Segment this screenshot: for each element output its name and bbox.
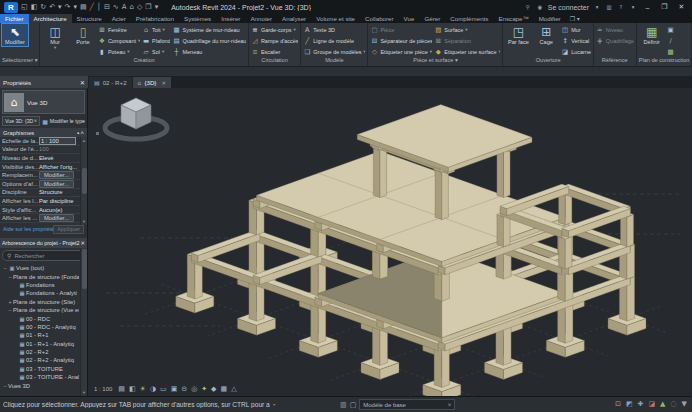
- tree-item-plans-de-structure-site-[interactable]: +Plans de structure (Site): [2, 298, 79, 306]
- ribbon-tab-vue[interactable]: Vue: [399, 14, 420, 23]
- tree-item-00-rdc[interactable]: ▦00 - RDC: [2, 314, 79, 322]
- property-value[interactable]: Modifier...: [39, 180, 74, 188]
- project-browser-close-icon[interactable]: ✕: [80, 240, 85, 246]
- type-selector[interactable]: ⌂ Vue 3D: [2, 90, 85, 114]
- ribbon-tab-syst-mes[interactable]: Systèmes: [179, 14, 216, 23]
- reference-plane-button[interactable]: ∕: [667, 35, 675, 46]
- ribbon-tab-architecture[interactable]: Architecture: [29, 14, 72, 23]
- active-panel-toggle-icon[interactable]: ❐ ▾: [566, 14, 584, 23]
- model-line-button[interactable]: ╱Ligne de modèle: [303, 35, 365, 46]
- curtain-grid-button[interactable]: ▤Quadrillage du mur-rideau: [172, 35, 245, 46]
- shadows-icon[interactable]: ◑: [150, 385, 156, 393]
- undo-icon[interactable]: ↶: [49, 2, 55, 13]
- scroll-up-icon[interactable]: ▲: [82, 138, 86, 143]
- view-tab-close-icon[interactable]: ✕: [161, 80, 166, 86]
- properties-close-icon[interactable]: ✕: [80, 79, 85, 86]
- component-button[interactable]: ❖Composant▾: [98, 35, 140, 46]
- graphics-section-header[interactable]: Graphismes ▪ ˄: [0, 128, 87, 137]
- thin-lines-icon[interactable]: ∿: [113, 2, 119, 13]
- customize-qat-icon[interactable]: ▾: [155, 2, 159, 13]
- modify-button[interactable]: ⬉Modifier: [2, 24, 28, 46]
- ribbon-tab-ins-rer[interactable]: Insérer: [216, 14, 245, 23]
- edit-type-button[interactable]: ▦ Modifier le type: [42, 116, 85, 126]
- background-processes-icon[interactable]: ◌: [671, 400, 677, 408]
- property-value[interactable]: 1 : 100: [39, 137, 76, 145]
- tree-item-01-r-1[interactable]: ▦01 - R+1: [2, 331, 79, 339]
- help-icon[interactable]: ?: [617, 4, 625, 10]
- ribbon-tab-acier[interactable]: Acier: [107, 14, 131, 23]
- measure-icon[interactable]: ╱: [90, 2, 94, 13]
- show-work-plane-button[interactable]: ▣: [667, 24, 675, 35]
- open-icon[interactable]: ◱: [21, 2, 28, 13]
- wall-opening-button[interactable]: ◫Mur: [561, 24, 591, 35]
- door-button[interactable]: ▯Porte: [70, 24, 96, 46]
- visual-style-icon[interactable]: ◧: [129, 385, 136, 393]
- minimize-button[interactable]: –: [641, 4, 654, 11]
- property-value[interactable]: Modifier...: [39, 214, 74, 222]
- scroll-down-icon[interactable]: ▼: [82, 390, 86, 395]
- crop-view-icon[interactable]: ▭: [160, 385, 167, 393]
- tag-room-button[interactable]: ◇Etiqueter une pièce▾: [370, 46, 432, 57]
- selection-filter-icon[interactable]: ▼: [682, 400, 687, 408]
- sun-path-icon[interactable]: ☀: [140, 385, 146, 393]
- select-by-face-toggle[interactable]: ◪: [648, 400, 655, 408]
- tree-item-vues-tout-[interactable]: −▣Vues (tout): [2, 264, 79, 272]
- user-icon[interactable]: ◉: [536, 4, 544, 10]
- opening-by-face-button[interactable]: ◳Par face: [505, 24, 531, 46]
- analytical-model-icon[interactable]: △: [231, 385, 236, 393]
- drawing-area[interactable]: 1 : 100 ▤◧☀◑▭▣⊝◎✦◆▦△: [88, 88, 692, 396]
- sign-in-button[interactable]: Se connecter: [548, 4, 589, 11]
- properties-scrollbar[interactable]: ▲ ▼: [80, 137, 87, 225]
- tree-item-03-toiture-anal[interactable]: ▦03 - TOITURE - Anal: [2, 373, 79, 381]
- switch-windows-icon[interactable]: ❐: [145, 2, 151, 13]
- restore-button[interactable]: ❐: [658, 3, 671, 11]
- roof-button[interactable]: ⌂Toit▾: [142, 24, 170, 35]
- tag-area-button[interactable]: ◆Etiqueter une surface▾: [434, 46, 500, 57]
- tree-item-plans-de-structure-vue-en[interactable]: −Plans de structure (Vue en: [2, 306, 79, 314]
- ribbon-tab-g-rer[interactable]: Gérer: [419, 14, 445, 23]
- view-properties-icon[interactable]: ▦: [221, 385, 228, 393]
- detail-level-icon[interactable]: ▤: [118, 385, 125, 393]
- search-icon[interactable]: ⚲: [524, 4, 532, 10]
- lock-3d-icon[interactable]: ⊝: [181, 385, 187, 393]
- ribbon-tab-pr-fabrication[interactable]: Préfabrication: [131, 14, 179, 23]
- drag-on-selection-toggle[interactable]: ▲: [660, 400, 665, 408]
- tree-item-00-rdc-analytiq[interactable]: ▦00 - RDC - Analytiq: [2, 323, 79, 331]
- scrollbar-thumb[interactable]: [82, 168, 87, 194]
- viewcube-home-icon[interactable]: [96, 132, 99, 135]
- redo-menu-icon[interactable]: ▾: [73, 2, 77, 13]
- ramp-button[interactable]: ◿Rampe d'accès: [251, 35, 298, 46]
- tree-item-02-r-2-analytiq[interactable]: ▦02 - R+2 - Analytiq: [2, 356, 79, 364]
- tree-item-plans-de-structure-fondati[interactable]: −Plans de structure (Fondati: [2, 272, 79, 280]
- scale-button[interactable]: 1 : 100: [92, 386, 114, 392]
- sign-in-caret-icon[interactable]: ▾: [593, 4, 601, 10]
- print-icon[interactable]: ▤: [80, 2, 87, 13]
- render-icon[interactable]: ◇: [137, 2, 142, 13]
- ribbon-tab-collaborer[interactable]: Collaborer: [360, 14, 399, 23]
- close-button[interactable]: ✕: [675, 3, 688, 11]
- select-underlay-toggle[interactable]: ◩: [626, 400, 633, 408]
- type-dropdown[interactable]: Vue 3D: {3D ˅: [2, 116, 40, 126]
- help-caret-icon[interactable]: ▾: [629, 4, 637, 10]
- hide-isolate-icon[interactable]: ◎: [191, 385, 197, 393]
- vertical-opening-button[interactable]: ↕Vertical: [561, 35, 591, 46]
- room-separator-button[interactable]: ⊟Séparateur de pièces: [370, 35, 432, 46]
- undo-menu-icon[interactable]: ▾: [58, 2, 62, 13]
- property-value[interactable]: Modifier...: [39, 171, 74, 179]
- tree-item-03-toiture[interactable]: ▦03 - TOITURE: [2, 365, 79, 373]
- select-links-toggle[interactable]: ⊡: [615, 400, 621, 408]
- ribbon-tab-compl-ments[interactable]: Compléments: [445, 14, 493, 23]
- browser-scrollbar[interactable]: ▼: [80, 248, 87, 396]
- save-icon[interactable]: ◧: [31, 2, 38, 13]
- tree-item-02-r-2[interactable]: ▦02 - R+2: [2, 348, 79, 356]
- properties-help-link[interactable]: Aide sur les propriétés: [3, 226, 53, 232]
- ceiling-button[interactable]: ▬Plafond: [142, 35, 170, 46]
- tree-item-01-r-1-analytiq[interactable]: ▦01 - R+1 - Analytiq: [2, 340, 79, 348]
- viewcube[interactable]: [88, 88, 184, 150]
- apply-button[interactable]: Appliquer: [53, 225, 84, 234]
- view-tab--3d-[interactable]: ⌂{3D}✕: [133, 77, 171, 88]
- ribbon-tab-analyser[interactable]: Analyser: [277, 14, 311, 23]
- application-menu-button[interactable]: R: [4, 2, 18, 13]
- shaft-opening-button[interactable]: ⊞Cage: [533, 24, 559, 46]
- worksharing-display-icon[interactable]: ◆: [211, 385, 216, 393]
